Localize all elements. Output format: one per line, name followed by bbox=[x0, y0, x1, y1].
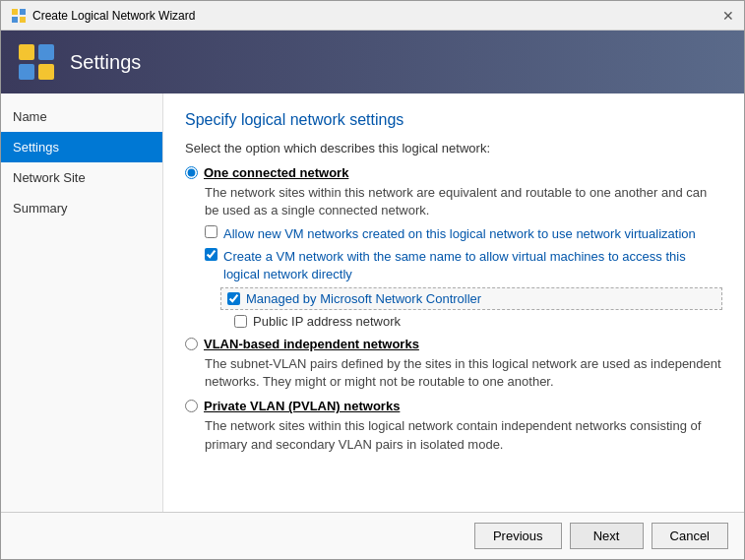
description-pvlan: The network sites within this logical ne… bbox=[205, 417, 722, 453]
radio-pvlan[interactable] bbox=[185, 400, 198, 412]
svg-rect-2 bbox=[12, 17, 18, 23]
previous-button[interactable]: Previous bbox=[474, 523, 562, 549]
option-group-2: VLAN-based independent networks The subn… bbox=[185, 337, 722, 391]
checkbox-row-allow-vm: Allow new VM networks created on this lo… bbox=[205, 225, 722, 243]
sidebar-item-name[interactable]: Name bbox=[1, 101, 162, 132]
footer: Previous Next Cancel bbox=[1, 512, 744, 559]
sidebar-item-summary[interactable]: Summary bbox=[1, 193, 162, 223]
radio-row-3: Private VLAN (PVLAN) networks bbox=[185, 399, 722, 413]
radio-vlan-based[interactable] bbox=[185, 338, 198, 350]
wizard-body: Name Settings Network Site Summary Speci… bbox=[1, 93, 744, 512]
radio-row-2: VLAN-based independent networks bbox=[185, 337, 722, 351]
header-banner: Settings bbox=[1, 31, 744, 93]
title-bar-title: Create Logical Network Wizard bbox=[32, 9, 195, 23]
label-vlan-based[interactable]: VLAN-based independent networks bbox=[204, 337, 419, 351]
svg-rect-4 bbox=[19, 44, 34, 60]
label-allow-vm-networks[interactable]: Allow new VM networks created on this lo… bbox=[223, 225, 696, 243]
radio-row-1: One connected network bbox=[185, 165, 722, 180]
label-pvlan[interactable]: Private VLAN (PVLAN) networks bbox=[204, 399, 400, 413]
svg-rect-0 bbox=[12, 9, 18, 15]
wizard-window: Create Logical Network Wizard ✕ Settings… bbox=[0, 0, 745, 560]
label-public-ip[interactable]: Public IP address network bbox=[253, 314, 401, 329]
close-button[interactable]: ✕ bbox=[722, 9, 734, 23]
description-label: Select the option which describes this l… bbox=[185, 141, 722, 156]
sidebar-item-network-site[interactable]: Network Site bbox=[1, 162, 162, 193]
cancel-button[interactable]: Cancel bbox=[652, 523, 728, 549]
checkbox-row-create-vm: Create a VM network with the same name t… bbox=[205, 248, 722, 283]
svg-rect-3 bbox=[20, 17, 26, 23]
title-bar: Create Logical Network Wizard ✕ bbox=[1, 1, 744, 31]
checkbox-create-vm-network[interactable] bbox=[205, 248, 217, 261]
svg-rect-7 bbox=[38, 64, 54, 80]
checkbox-public-ip[interactable] bbox=[234, 315, 247, 328]
label-managed-by-nc[interactable]: Managed by Microsoft Network Controller bbox=[246, 291, 481, 306]
sidebar: Name Settings Network Site Summary bbox=[1, 93, 163, 512]
sidebar-item-settings[interactable]: Settings bbox=[1, 132, 162, 162]
title-bar-icon bbox=[11, 8, 27, 24]
nested-checkbox-row-managed: Managed by Microsoft Network Controller bbox=[220, 287, 722, 310]
option-group-1: One connected network The network sites … bbox=[185, 165, 722, 329]
header-wizard-icon bbox=[17, 42, 56, 82]
option-group-3: Private VLAN (PVLAN) networks The networ… bbox=[185, 399, 722, 453]
sub-nested-checkbox-row-public-ip: Public IP address network bbox=[234, 314, 722, 329]
svg-rect-5 bbox=[38, 44, 54, 60]
label-one-connected[interactable]: One connected network bbox=[204, 165, 348, 180]
svg-rect-6 bbox=[19, 64, 34, 80]
section-title: Specify logical network settings bbox=[185, 111, 722, 129]
title-bar-left: Create Logical Network Wizard bbox=[11, 8, 195, 24]
checkbox-allow-vm-networks[interactable] bbox=[205, 225, 217, 238]
svg-rect-1 bbox=[20, 9, 26, 15]
checkbox-managed-by-nc[interactable] bbox=[227, 292, 240, 305]
description-vlan-based: The subnet-VLAN pairs defined by the sit… bbox=[205, 355, 722, 391]
header-title: Settings bbox=[70, 51, 141, 74]
radio-one-connected[interactable] bbox=[185, 166, 198, 179]
description-one-connected: The network sites within this network ar… bbox=[205, 184, 722, 219]
next-button[interactable]: Next bbox=[570, 523, 644, 549]
main-content: Specify logical network settings Select … bbox=[163, 93, 744, 512]
label-create-vm-network[interactable]: Create a VM network with the same name t… bbox=[223, 248, 722, 283]
